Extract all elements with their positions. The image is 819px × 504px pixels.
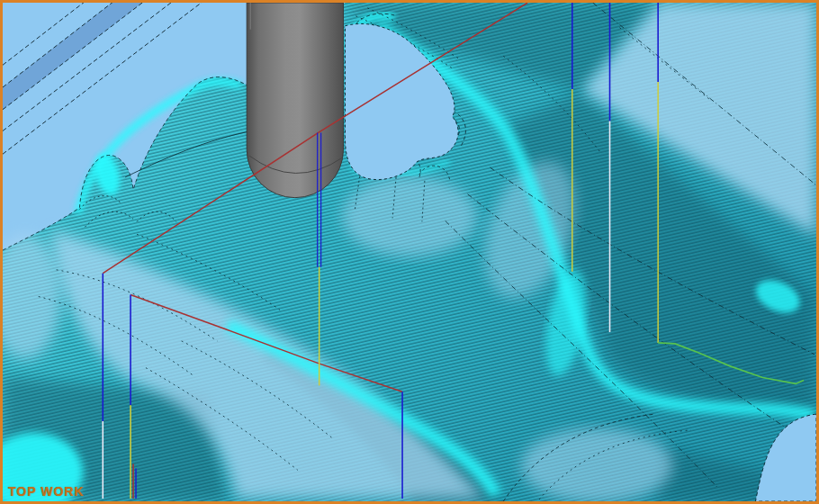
cutting-tool	[247, 3, 343, 198]
cam-simulation-viewport[interactable]: TOP WORK	[0, 0, 819, 504]
view-orientation-label: TOP WORK	[8, 484, 85, 499]
simulation-canvas	[3, 3, 816, 501]
